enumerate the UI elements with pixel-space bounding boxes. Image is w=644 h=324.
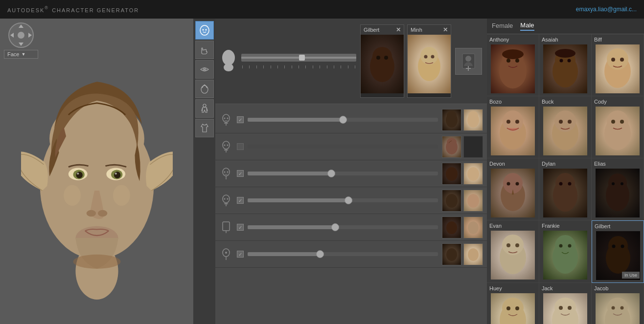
app-title: AUTODESK® CHARACTER GENERATOR — [7, 5, 139, 14]
morph-thumb-4b[interactable] — [463, 190, 483, 212]
morph-slider-6[interactable] — [248, 247, 438, 261]
morph-thumb-4a[interactable] — [442, 190, 461, 212]
svg-point-48 — [468, 111, 478, 120]
toolbar-hands-btn[interactable] — [195, 41, 214, 59]
morph-thumb-5b[interactable] — [463, 216, 483, 238]
char-item-bozo[interactable]: Bozo — [487, 96, 539, 158]
blend-silhouette — [220, 49, 237, 73]
char-item-biff[interactable]: Biff — [592, 34, 644, 96]
svg-rect-69 — [223, 222, 230, 231]
morph-row-3 — [215, 160, 487, 187]
morph-thumb-6a[interactable] — [442, 243, 461, 265]
toolbar-hair-btn[interactable] — [195, 80, 214, 98]
morph-slider-4[interactable] — [248, 193, 438, 208]
morph-thumb-3a[interactable] — [442, 163, 461, 185]
morph-slider-2[interactable] — [248, 139, 438, 154]
jacob-portrait — [596, 293, 640, 324]
blend-char-minh[interactable]: Minh ✕ — [407, 24, 451, 98]
morph-thumb-2b[interactable] — [463, 136, 483, 158]
svg-point-86 — [568, 59, 571, 63]
morph-slider-1[interactable] — [248, 112, 438, 127]
nav-left-arrow[interactable] — [10, 33, 14, 38]
minh-close-btn[interactable]: ✕ — [443, 26, 448, 33]
svg-point-64 — [227, 198, 229, 200]
svg-point-110 — [559, 182, 563, 186]
svg-point-17 — [200, 25, 209, 35]
char-item-elias[interactable]: Elias — [592, 158, 644, 220]
character-face-svg — [21, 49, 173, 303]
nav-right-arrow[interactable] — [28, 33, 32, 38]
morph-checkbox-4[interactable] — [237, 197, 244, 204]
asaiah-portrait — [543, 44, 587, 93]
morph-slider-5[interactable] — [248, 220, 438, 235]
svg-point-42 — [227, 118, 229, 119]
char-item-cody[interactable]: Cody — [592, 96, 644, 158]
morph-checkbox-3[interactable] — [237, 170, 244, 177]
toolbar-body-btn[interactable] — [195, 99, 214, 118]
toolbar-face-btn[interactable] — [195, 21, 214, 40]
svg-point-55 — [447, 138, 457, 147]
svg-point-71 — [446, 221, 457, 234]
morph-checkbox-1[interactable] — [237, 116, 244, 123]
svg-point-30 — [376, 56, 380, 60]
blend-slider[interactable] — [241, 54, 356, 62]
svg-point-62 — [223, 195, 230, 203]
blend-panel: Gilbert ✕ Minh — [215, 19, 487, 104]
huey-portrait — [491, 293, 535, 324]
char-item-asaiah[interactable]: Asaiah — [539, 34, 592, 96]
add-blend-char-btn[interactable] — [455, 48, 482, 75]
morph-thumb-1b[interactable] — [463, 109, 483, 131]
char-item-huey[interactable]: Huey — [487, 283, 539, 324]
gilbert-close-btn[interactable]: ✕ — [396, 26, 401, 33]
morph-checkbox-6[interactable] — [237, 251, 244, 258]
morph-icon-5 — [219, 220, 233, 234]
svg-point-63 — [224, 198, 226, 200]
svg-point-26 — [222, 50, 235, 65]
svg-point-33 — [420, 47, 438, 65]
nav-up-arrow[interactable] — [19, 24, 23, 28]
svg-point-103 — [620, 120, 624, 124]
char-item-jacob[interactable]: Jacob — [592, 283, 644, 324]
svg-point-22 — [201, 86, 208, 93]
tab-male[interactable]: Male — [520, 22, 534, 31]
svg-point-15 — [64, 185, 81, 206]
char-item-frankie[interactable]: Frankie — [539, 220, 592, 283]
svg-point-31 — [384, 56, 388, 60]
main-layout: Face ▼ — [0, 19, 644, 324]
svg-point-99 — [568, 120, 572, 124]
eyes-icon — [199, 64, 210, 75]
svg-point-97 — [554, 110, 576, 132]
svg-point-102 — [611, 120, 615, 124]
morph-checkbox-5[interactable] — [237, 224, 244, 231]
char-item-jack[interactable]: Jack — [539, 283, 592, 324]
char-item-devon[interactable]: Devon — [487, 158, 539, 220]
buck-portrait — [543, 107, 587, 155]
svg-point-61 — [467, 167, 479, 181]
blend-char-gilbert[interactable]: Gilbert ✕ — [360, 24, 404, 98]
morph-thumb-5a[interactable] — [442, 216, 461, 238]
tab-female[interactable]: Female — [492, 22, 513, 30]
morph-slider-3[interactable] — [248, 166, 438, 181]
svg-point-6 — [77, 173, 79, 174]
char-item-anthony[interactable]: Anthony — [487, 34, 539, 96]
clothing-icon — [199, 123, 210, 133]
char-item-evan[interactable]: Evan — [487, 220, 539, 283]
svg-point-37 — [465, 56, 471, 62]
svg-point-130 — [506, 306, 510, 310]
svg-point-107 — [516, 182, 519, 186]
svg-point-5 — [76, 172, 83, 178]
morph-checkbox-2[interactable] — [237, 143, 244, 150]
toolbar-clothing-btn[interactable] — [195, 119, 214, 137]
gilbert-portrait — [361, 35, 404, 93]
char-item-buck[interactable]: Buck — [539, 96, 592, 158]
morph-thumb-6b[interactable] — [463, 243, 483, 265]
morph-thumb-1a[interactable] — [442, 109, 461, 131]
char-item-dylan[interactable]: Dylan — [539, 158, 592, 220]
morph-thumbs-4 — [442, 190, 483, 212]
toolbar-eyes-btn[interactable] — [195, 60, 214, 79]
morph-thumb-2a[interactable] — [442, 136, 461, 158]
char-item-gilbert[interactable]: Gilbert In Use — [592, 220, 644, 283]
add-char-icon — [460, 51, 477, 71]
bozo-portrait — [491, 107, 535, 155]
morph-thumb-3b[interactable] — [463, 163, 483, 185]
